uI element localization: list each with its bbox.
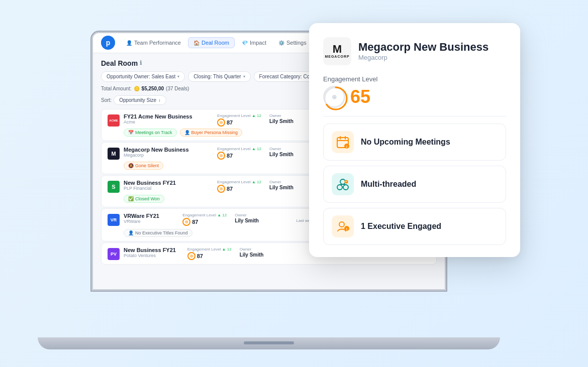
engagement-metric: Engagement Level ▲ 12 ◎ 87 [187, 247, 232, 260]
settings-icon: ⚙️ [278, 40, 284, 46]
laptop-wrapper: p 👤 Team Performance 🏠 Deal Room 💎 Impac… [68, 23, 520, 344]
deal-info: Megacorp New Business Megacorp [124, 147, 213, 158]
divider [323, 116, 506, 116]
svg-text:!: ! [346, 145, 347, 149]
filter-opportunity-owner[interactable]: Opportunity Owner: Sales East ▾ [101, 71, 185, 82]
deal-info: FY21 Acme New Business Acme [124, 113, 213, 125]
silent-icon: 🔕 [128, 163, 134, 168]
deal-logo: S [108, 181, 120, 193]
deal-logo: PV [108, 248, 120, 260]
warning-icon: 👤 [184, 130, 190, 135]
deal-badge: 👤 Buyer Persona Missing [180, 129, 243, 137]
signal-executive-engaged: ! 1 Executive Engaged [323, 208, 506, 245]
svg-text:!: ! [346, 227, 347, 231]
nav-team-performance[interactable]: 👤 Team Performance [121, 38, 186, 48]
owner-metric: Owner Lily Smith [269, 113, 293, 127]
executive-engaged-icon: ! [332, 215, 354, 237]
owner-metric: Owner Lily Smith [240, 247, 264, 260]
engagement-score-circle: ◎ [323, 86, 345, 108]
popup-card: M MEGACORP Megacorp New Business Megacor… [309, 23, 520, 257]
engagement-circle: ◎ [217, 152, 225, 160]
megacorp-logo: M MEGACORP [323, 37, 351, 65]
engagement-score-display: ◎ 65 [323, 86, 506, 108]
nav-deal-room[interactable]: 🏠 Deal Room [188, 37, 235, 48]
deal-info: New Business FY21 PLP Financial [124, 180, 213, 191]
owner-metric: Owner Lily Smith [235, 213, 259, 226]
engagement-section: Engagement Level ◎ 65 [323, 75, 506, 108]
svg-point-12 [339, 222, 344, 227]
nav-settings[interactable]: ⚙️ Settings [273, 38, 312, 48]
deal-badge: ✅ Closed Won [124, 195, 164, 203]
chevron-down-icon: ▾ [243, 74, 245, 79]
engagement-metric: Engagement Level ▲ 12 ◎ 87 [217, 147, 261, 160]
signal-no-meetings: ! No Upcoming Meetings [323, 124, 506, 161]
popup-title-group: Megacorp New Business Megacorp [358, 41, 488, 61]
signal-multithreaded: Multi-threaded [323, 166, 506, 203]
won-icon: ✅ [128, 196, 134, 201]
deal-badge: 👤 No Executive Titles Found [124, 229, 192, 237]
engagement-circle: ◎ [182, 218, 190, 226]
engagement-metric: Engagement Level ▲ 12 ◎ 87 [217, 113, 261, 127]
engagement-circle: ◎ [187, 252, 195, 260]
engagement-circle: ◎ [217, 185, 225, 193]
nav-impact[interactable]: 💎 Impact [237, 38, 271, 48]
coin-icon: 🪙 [134, 86, 140, 91]
team-performance-icon: 👤 [126, 40, 132, 46]
deal-info: New Business FY21 Potato Ventures [124, 247, 183, 258]
app-logo: p [101, 36, 115, 50]
chevron-down-icon: ▾ [177, 74, 179, 79]
deal-logo: ACME [108, 114, 120, 127]
impact-icon: 💎 [242, 40, 248, 46]
deal-info: VRWare FY21 VRWare [124, 213, 178, 224]
filter-closing[interactable]: Closing: This Quarter ▾ [188, 71, 250, 82]
deal-room-icon: 🏠 [193, 40, 200, 46]
deal-metrics: Engagement Level ▲ 12 ◎ 87 Owner Lily Sm… [182, 213, 292, 226]
popup-header: M MEGACORP Megacorp New Business Megacor… [323, 37, 506, 65]
engagement-circle: ◎ [217, 118, 225, 127]
engagement-metric: Engagement Level ▲ 12 ◎ 87 [182, 213, 227, 226]
deal-metrics: Engagement Level ▲ 12 ◎ 87 Owner Lily Sm… [187, 247, 307, 260]
check-icon: 📅 [128, 130, 134, 135]
laptop-base [38, 337, 500, 349]
multi-threaded-icon [332, 173, 354, 195]
deal-badge: 📅 Meetings on Track [124, 129, 177, 137]
engagement-metric: Engagement Level ▲ 12 ◎ 87 [217, 180, 261, 193]
deal-logo: M [108, 148, 120, 160]
deal-logo: VR [108, 214, 120, 226]
deal-badge: 🔕 Gone Silent [124, 162, 163, 170]
calendar-alert-icon: ! [332, 131, 354, 153]
owner-metric: Owner Lily Smith [269, 180, 293, 193]
info-icon: ℹ [140, 60, 142, 66]
svg-point-8 [337, 185, 342, 190]
signals-list: ! No Upcoming Meetings M [323, 124, 506, 245]
no-exec-icon: 👤 [128, 230, 134, 235]
laptop-hinge [244, 341, 294, 344]
owner-metric: Owner Lily Smith [269, 147, 293, 160]
sort-arrow-icon: ↓ [158, 97, 161, 102]
sort-selector[interactable]: Opportunity Size ↓ [114, 95, 166, 105]
svg-point-9 [343, 185, 348, 190]
